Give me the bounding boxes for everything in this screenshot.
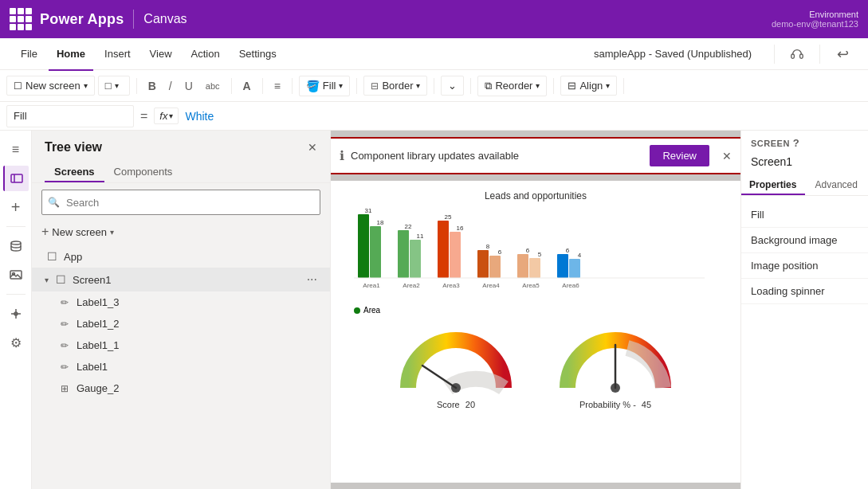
review-button[interactable]: Review — [650, 145, 709, 166]
chart-legend: Area — [338, 303, 733, 318]
app-title: Power Apps — [40, 11, 124, 28]
search-input[interactable] — [41, 190, 320, 215]
border-icon: ⊟ — [371, 80, 379, 92]
plus-icon: + — [41, 225, 49, 239]
svg-text:18: 18 — [377, 219, 384, 226]
sidebar-icon-settings[interactable]: ⚙ — [3, 330, 29, 355]
tree-item-app[interactable]: ☐ App — [32, 245, 330, 268]
svg-rect-15 — [398, 230, 409, 278]
nav-divider — [133, 10, 134, 29]
svg-rect-31 — [557, 254, 568, 278]
props-header: SCREEN ? — [741, 131, 868, 152]
notification-close-icon[interactable]: ✕ — [722, 150, 732, 162]
font-color-button[interactable]: A — [238, 76, 256, 96]
fill-icon: 🪣 — [306, 80, 320, 92]
prop-loading-spinner[interactable]: Loading spinner — [741, 279, 868, 304]
tree-tabs: Screens Components — [32, 161, 330, 183]
menu-file[interactable]: File — [13, 43, 45, 65]
svg-text:8: 8 — [486, 243, 490, 250]
shape-dropdown[interactable]: □▾ — [98, 76, 130, 96]
tree-item-screen1[interactable]: ▾ ☐ Screen1 ··· — [32, 268, 330, 291]
menu-sep1 — [774, 45, 775, 64]
screen1-more-icon[interactable]: ··· — [307, 272, 317, 287]
sidebar-icon-menu[interactable]: ≡ — [3, 137, 29, 162]
bar-chart-svg: 31 18 22 11 25 16 8 — [338, 205, 705, 300]
screen1-icon: ☐ — [53, 273, 68, 286]
underline-button[interactable]: U — [180, 76, 198, 96]
gauge2-icon: ⊞ — [57, 383, 72, 394]
fx-button[interactable]: fx ▾ — [154, 108, 179, 124]
svg-text:Area3: Area3 — [442, 282, 460, 289]
menu-insert[interactable]: Insert — [96, 43, 139, 65]
screen-help-icon[interactable]: ? — [793, 137, 799, 149]
gauge-probability: Probability % - 45 — [552, 324, 679, 409]
sidebar-icon-data[interactable] — [3, 233, 29, 259]
tab-properties[interactable]: Properties — [741, 174, 805, 195]
align-button[interactable]: ≡ — [269, 76, 285, 96]
notification-info-icon: ℹ — [340, 148, 344, 163]
border-chevron: ▾ — [416, 81, 420, 90]
fill-button[interactable]: 🪣 Fill ▾ — [299, 76, 351, 96]
sidebar-icon-screens[interactable] — [3, 166, 29, 191]
new-screen-label: New screen — [26, 80, 81, 92]
label1-3-label: Label1_3 — [77, 296, 120, 308]
svg-point-4 — [11, 241, 21, 244]
svg-rect-1 — [800, 54, 803, 58]
new-screen-chevron-icon: ▾ — [110, 228, 114, 237]
tree-item-label1-3[interactable]: ✏ Label1_3 — [32, 291, 330, 313]
strikethrough-button[interactable]: abc — [201, 78, 225, 94]
menu-home[interactable]: Home — [49, 43, 93, 65]
label1-2-label: Label1_2 — [77, 318, 120, 330]
property-select[interactable]: Fill — [6, 105, 134, 127]
svg-text:22: 22 — [405, 223, 412, 230]
tree-close-button[interactable]: ✕ — [308, 141, 317, 154]
sidebar-icon-connectors[interactable] — [3, 301, 29, 327]
tree-item-label1-1[interactable]: ✏ Label1_1 — [32, 334, 330, 356]
border-button[interactable]: ⊟ Border ▾ — [363, 76, 427, 96]
svg-rect-13 — [370, 226, 381, 278]
reorder-button[interactable]: ⧉ Reorder ▾ — [477, 76, 547, 96]
bold-button[interactable]: B — [143, 76, 161, 96]
menu-view[interactable]: View — [142, 43, 180, 65]
svg-text:6: 6 — [498, 248, 502, 256]
tab-components[interactable]: Components — [104, 161, 183, 182]
tree-panel: Tree view ✕ Screens Components + New scr… — [32, 131, 331, 489]
tree-item-label1[interactable]: ✏ Label1 — [32, 356, 330, 378]
prop-fill[interactable]: Fill — [741, 202, 868, 228]
headset-button[interactable] — [784, 41, 810, 67]
menu-settings[interactable]: Settings — [231, 43, 285, 65]
gauge-probability-svg — [552, 324, 679, 396]
tree-item-gauge2[interactable]: ⊞ Gauge_2 — [32, 378, 330, 399]
italic-button[interactable]: / — [164, 76, 177, 96]
menu-action[interactable]: Action — [183, 43, 228, 65]
svg-rect-0 — [791, 54, 795, 58]
sidebar-icon-media[interactable] — [3, 262, 29, 288]
prop-image-position[interactable]: Image position — [741, 253, 868, 279]
tab-advanced[interactable]: Advanced — [805, 174, 869, 195]
notification-text: Component library updates available — [351, 150, 643, 162]
env-section: Environment demo-env@tenant123 — [772, 10, 858, 29]
new-screen-tree-button[interactable]: + New screen ▾ — [32, 221, 330, 245]
tree-item-label1-2[interactable]: ✏ Label1_2 — [32, 313, 330, 334]
tab-screens[interactable]: Screens — [45, 161, 104, 182]
svg-rect-33 — [569, 259, 580, 278]
waffle-icon[interactable] — [10, 8, 32, 30]
tree-header: Tree view ✕ — [32, 131, 330, 161]
svg-text:11: 11 — [417, 233, 424, 240]
app-icon: ☐ — [45, 250, 59, 263]
new-screen-button[interactable]: ☐ New screen ▾ — [6, 76, 95, 96]
dropdown-button[interactable]: ⌄ — [441, 76, 464, 96]
legend-dot — [354, 307, 360, 314]
undo-button[interactable]: ↩ — [830, 41, 855, 67]
prop-bg-image[interactable]: Background image — [741, 228, 868, 253]
env-label: Environment — [772, 10, 858, 19]
formula-input[interactable] — [185, 105, 862, 127]
sidebar-icon-add[interactable]: + — [3, 194, 29, 220]
main-area: ≡ + ⚙ — [0, 131, 868, 489]
menu-sep2 — [819, 45, 820, 64]
menu-bar: File Home Insert View Action Settings sa… — [0, 38, 868, 70]
new-screen-chevron: ▾ — [84, 81, 88, 90]
sidebar-icons: ≡ + ⚙ — [0, 131, 32, 489]
align-menu-button[interactable]: ⊟ Align ▾ — [560, 76, 617, 96]
label1-2-icon: ✏ — [57, 319, 72, 330]
